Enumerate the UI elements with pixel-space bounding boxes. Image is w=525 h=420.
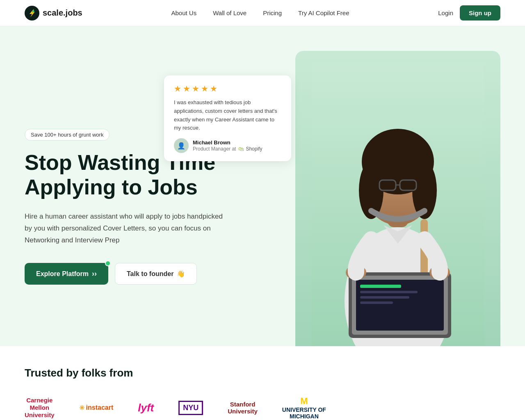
hero-badge: Save 100+ hours of grunt work [25,129,110,141]
logo-stanford: StanfordUniversity [228,401,258,415]
person-svg [312,63,484,346]
review-stars: ★ ★ ★ ★ ★ [174,84,281,94]
trusted-section: Trusted by folks from CarnegieMellonUniv… [0,346,525,420]
nav-links: About Us Wall of Love Pricing Try AI Cop… [171,9,349,17]
star-2: ★ [183,84,190,94]
hero-description: Hire a human career assistant who will a… [25,211,230,247]
review-name: Michael Brown [193,139,281,146]
login-button[interactable]: Login [438,9,453,16]
signup-button[interactable]: Sign up [460,5,500,21]
navbar: scale.jobs About Us Wall of Love Pricing… [0,0,525,26]
logo-cmu: CarnegieMellonUniversity [25,397,55,419]
star-5: ★ [210,84,217,94]
logo-text: scale.jobs [43,8,82,18]
svg-rect-18 [360,291,418,293]
review-role: Product Manager at 🛍 Shopify [193,146,281,152]
logo-nyu: NYU [178,401,203,415]
star-3: ★ [192,84,199,94]
nav-actions: Login Sign up [438,5,500,21]
talk-button[interactable]: Talk to founder 👋 [115,263,197,285]
arrow-icon: ›› [92,269,97,278]
hero-person-image [295,51,500,346]
nav-ai[interactable]: Try AI Copilot Free [298,9,349,16]
logo-icon [25,6,39,21]
review-card: ★ ★ ★ ★ ★ I was exhausted with tedious j… [164,75,291,161]
online-indicator [105,260,111,266]
review-author: 👤 Michael Brown Product Manager at 🛍 Sho… [174,138,281,153]
review-text: I was exhausted with tedious job applica… [174,98,281,132]
star-4: ★ [201,84,208,94]
hero-buttons: Explore Platform ›› Talk to founder 👋 [25,263,262,285]
trusted-title: Trusted by folks from [25,367,500,379]
shopify-logo: 🛍 Shopify [238,146,262,152]
avatar: 👤 [174,138,189,153]
hero-section: Save 100+ hours of grunt work Stop Wasti… [0,26,525,346]
svg-rect-17 [360,285,401,288]
nav-about[interactable]: About Us [171,9,196,16]
svg-rect-19 [360,296,409,299]
logo-lyft: lyft [138,402,154,414]
logo-michigan: M UNIVERSITY OFMICHIGAN [282,396,326,420]
trusted-logos: CarnegieMellonUniversity ✳ instacart lyf… [25,396,500,420]
hero-image-area: ★ ★ ★ ★ ★ I was exhausted with tedious j… [262,51,500,346]
svg-rect-20 [360,301,393,304]
nav-wall[interactable]: Wall of Love [213,9,247,16]
nav-pricing[interactable]: Pricing [263,9,282,16]
review-author-info: Michael Brown Product Manager at 🛍 Shopi… [193,139,281,152]
logo-link[interactable]: scale.jobs [25,6,82,21]
logo-instacart: ✳ instacart [79,404,114,412]
star-1: ★ [174,84,181,94]
explore-button[interactable]: Explore Platform ›› [25,263,108,285]
